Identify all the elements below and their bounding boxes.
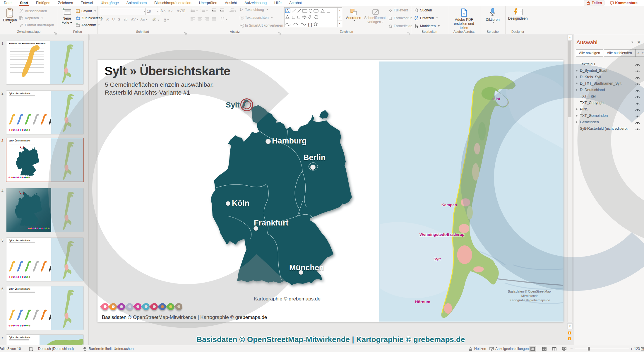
strike-button[interactable]: S bbox=[118, 17, 120, 22]
slide-editing-area[interactable]: Sylt » Übersichtskarte 5 Gemeindeflächen… bbox=[97, 60, 564, 322]
slide-sorter-view-button[interactable] bbox=[540, 346, 548, 352]
city-label-koeln[interactable]: Köln bbox=[232, 199, 249, 208]
layer-name[interactable]: TXT_Titel bbox=[580, 94, 596, 98]
slide-subtitle-2[interactable]: Rasterbild Ansichts-Variante #1 bbox=[105, 89, 190, 96]
visibility-eye-icon[interactable] bbox=[635, 75, 640, 79]
font-color-button[interactable]: A bbox=[164, 17, 169, 22]
section-button[interactable]: Abschnitt bbox=[76, 23, 100, 27]
align-text-button[interactable]: Text ausrichten bbox=[240, 16, 273, 20]
menu-item-ansicht[interactable]: Ansicht bbox=[221, 0, 241, 6]
menu-item-bildschirmpräsentation[interactable]: Bildschirmpräsentation bbox=[150, 0, 195, 6]
align-center-button[interactable] bbox=[198, 17, 202, 22]
layer-name[interactable]: D_Symbol_Stadt bbox=[580, 69, 607, 73]
columns-button[interactable] bbox=[220, 17, 227, 22]
shape-fill-button[interactable]: Fülleffekt bbox=[388, 8, 412, 12]
expand-arrow-icon[interactable] bbox=[576, 115, 578, 117]
menu-item-hilfe[interactable]: Hilfe bbox=[270, 0, 285, 6]
show-all-button[interactable]: Alle anzeigen bbox=[576, 49, 603, 57]
visibility-eye-icon[interactable] bbox=[635, 114, 640, 117]
expand-arrow-icon[interactable] bbox=[576, 108, 578, 110]
expand-arrow-icon[interactable] bbox=[576, 121, 578, 123]
cut-button[interactable]: Ausschneiden bbox=[19, 9, 47, 13]
font-dialog-launcher[interactable] bbox=[184, 30, 187, 33]
expand-arrow-icon[interactable] bbox=[576, 83, 578, 84]
comments-button[interactable]: Kommentare bbox=[608, 1, 640, 5]
selection-item[interactable]: Sylt-Rasterbild (nicht editierb... bbox=[573, 125, 644, 132]
zoom-in-button[interactable]: + bbox=[630, 345, 633, 352]
menu-item-übergänge[interactable]: Übergänge bbox=[97, 0, 123, 6]
sylt-raster-map[interactable]: List Kampen Wenningstedt-Braderup Sylt H… bbox=[379, 61, 564, 322]
menu-item-überprüfen[interactable]: Überprüfen bbox=[195, 0, 221, 6]
clear-format-button[interactable]: A⌫ bbox=[177, 8, 185, 13]
expand-arrow-icon[interactable] bbox=[576, 89, 578, 91]
thumbnail-slide-1[interactable]: Hinweise zum Bearbeiten der Basiskarte bbox=[6, 41, 83, 84]
slide-title[interactable]: Sylt » Übersichtskarte bbox=[105, 64, 230, 78]
menu-item-start[interactable]: Start bbox=[16, 0, 32, 6]
visibility-eye-icon[interactable] bbox=[635, 107, 640, 111]
line-spacing-button[interactable] bbox=[229, 8, 236, 13]
select-button[interactable]: Markieren bbox=[415, 24, 440, 28]
underline-button[interactable]: U bbox=[112, 17, 115, 22]
reading-view-button[interactable] bbox=[550, 346, 558, 352]
shape-gallery-scroll[interactable]: ˄˅▾ bbox=[337, 8, 342, 27]
menu-item-acrobat[interactable]: Acrobat bbox=[285, 0, 306, 6]
hide-all-button[interactable]: Alle ausblenden bbox=[604, 49, 635, 57]
font-name-combo[interactable] bbox=[100, 8, 147, 15]
selection-item[interactable]: TXT_Gemeinden bbox=[573, 112, 644, 119]
font-size-combo[interactable]: 18 bbox=[145, 8, 160, 15]
char-spacing-button[interactable]: A︎V bbox=[131, 17, 138, 22]
replace-button[interactable]: b Ersetzen bbox=[415, 16, 438, 20]
change-case-button[interactable]: Aa bbox=[140, 17, 147, 22]
layer-name[interactable]: Textfeld 1 bbox=[580, 62, 596, 66]
city-label-muenchen[interactable]: München bbox=[289, 263, 324, 272]
paste-button[interactable]: Einfügen bbox=[2, 8, 18, 23]
selection-item[interactable]: PINS bbox=[573, 106, 644, 112]
increase-indent-button[interactable] bbox=[220, 8, 224, 13]
zoom-slider-track[interactable] bbox=[575, 349, 629, 349]
menu-item-animationen[interactable]: Animationen bbox=[123, 0, 151, 6]
selection-item[interactable]: TXT_Titel bbox=[573, 93, 644, 100]
smartart-button[interactable]: In SmartArt konvertieren bbox=[240, 23, 287, 28]
visibility-eye-icon[interactable] bbox=[635, 69, 640, 72]
normal-view-button[interactable] bbox=[529, 346, 536, 352]
slide-credit-line[interactable]: Basisdaten © OpenStreetMap-Mitwirkende |… bbox=[102, 315, 267, 320]
city-label-hamburg[interactable]: Hamburg bbox=[272, 136, 307, 146]
selection-item[interactable]: TXT_Copyright bbox=[573, 100, 644, 106]
close-icon[interactable]: ✕ bbox=[637, 40, 641, 45]
drawing-dialog-launcher[interactable] bbox=[407, 30, 410, 33]
city-label-berlin[interactable]: Berlin bbox=[303, 153, 326, 162]
find-button[interactable]: Suchen bbox=[415, 8, 432, 12]
layer-name[interactable]: PINS bbox=[580, 107, 588, 111]
quick-styles-button[interactable]: Schnellformat- vorlagen bbox=[364, 8, 387, 24]
layer-name[interactable]: D_Deutschland bbox=[580, 88, 605, 92]
selection-item[interactable]: Gemeinden bbox=[573, 119, 644, 125]
pane-options-icon[interactable] bbox=[631, 42, 633, 43]
layer-name[interactable]: Gemeinden bbox=[580, 120, 599, 124]
city-label-frankfurt[interactable]: Frankfurt bbox=[254, 218, 289, 228]
spellcheck-icon[interactable] bbox=[29, 345, 33, 352]
shape-gallery[interactable]: A {} ˄˅▾ bbox=[284, 7, 342, 27]
zoom-out-button[interactable]: − bbox=[570, 345, 573, 352]
visibility-eye-icon[interactable] bbox=[635, 127, 640, 130]
arrange-button[interactable]: Anordnen bbox=[345, 8, 363, 21]
dictate-button[interactable]: Diktieren bbox=[484, 8, 501, 23]
italic-button[interactable]: K bbox=[106, 17, 109, 22]
expand-arrow-icon[interactable] bbox=[576, 76, 578, 78]
layer-name[interactable]: TXT_Gemeinden bbox=[580, 114, 608, 118]
visibility-eye-icon[interactable] bbox=[635, 62, 640, 66]
align-right-button[interactable] bbox=[205, 17, 209, 22]
decrease-indent-button[interactable] bbox=[212, 8, 216, 13]
move-up-button[interactable]: ˄ bbox=[635, 49, 641, 57]
share-button[interactable]: Teilen bbox=[584, 0, 604, 6]
selection-item[interactable]: D_Deutschland bbox=[573, 87, 644, 93]
language-indicator[interactable]: Deutsch (Deutschland) bbox=[38, 345, 74, 352]
visibility-eye-icon[interactable] bbox=[635, 88, 640, 92]
display-settings[interactable]: Anzeigeeinstellungen bbox=[495, 345, 529, 352]
notes-toggle[interactable]: Notizen bbox=[474, 345, 486, 352]
thumbnail-slide-4[interactable] bbox=[6, 188, 83, 232]
layout-button[interactable]: Layout bbox=[76, 9, 96, 13]
menu-item-zeichnen[interactable]: Zeichnen bbox=[54, 0, 77, 6]
thumbnail-slide-3[interactable]: Sylt » Übersichtskarte bbox=[6, 138, 83, 182]
zoom-slider-handle[interactable] bbox=[588, 347, 590, 351]
selection-item[interactable]: D_Kreis_Sylt bbox=[573, 74, 644, 80]
